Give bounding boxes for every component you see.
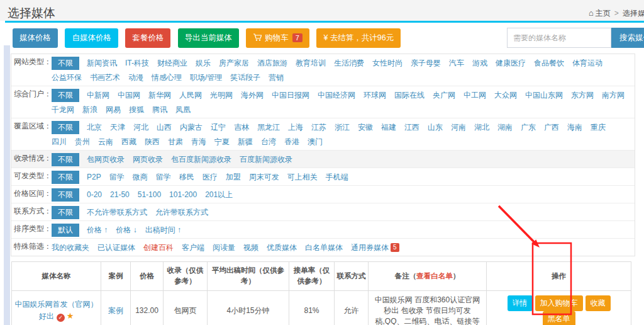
- cart-button[interactable]: 购物车7: [246, 28, 309, 48]
- filter-option[interactable]: 青海: [191, 135, 206, 149]
- filter-option[interactable]: 大众网: [494, 89, 517, 102]
- filter-option[interactable]: 房产家居: [219, 57, 249, 70]
- filter-option[interactable]: 台湾: [261, 135, 276, 149]
- filter-option[interactable]: 河北: [133, 121, 148, 134]
- view-whitelist-link[interactable]: 查看白名单: [416, 272, 453, 280]
- filter-selected-chip[interactable]: 不限: [52, 121, 79, 134]
- filter-option[interactable]: 东方网: [571, 89, 594, 102]
- filter-option[interactable]: 周末可发: [249, 171, 279, 184]
- filter-option[interactable]: 宁夏: [214, 135, 230, 149]
- filter-option[interactable]: 陕西: [145, 135, 160, 149]
- filter-option[interactable]: 亲子母婴: [411, 57, 441, 70]
- detail-button[interactable]: 详情: [508, 295, 533, 311]
- filter-option[interactable]: 辽宁: [211, 121, 226, 134]
- self-media-price-button[interactable]: 自媒体价格: [65, 28, 118, 48]
- filter-option[interactable]: 福建: [381, 121, 396, 134]
- filter-option[interactable]: 21-50: [110, 188, 130, 202]
- filter-option[interactable]: 留学: [109, 171, 125, 184]
- filter-option[interactable]: 情感心理: [152, 71, 182, 84]
- filter-option[interactable]: 允许带联系方式: [155, 206, 208, 219]
- filter-option[interactable]: 山西: [157, 121, 172, 134]
- filter-option[interactable]: 价格 ↓: [116, 224, 136, 237]
- filter-option[interactable]: 新疆: [238, 135, 253, 149]
- filter-option[interactable]: 千龙网: [52, 103, 74, 117]
- filter-option[interactable]: 海南: [567, 121, 582, 134]
- filter-option[interactable]: 加盟: [226, 171, 241, 184]
- filter-option[interactable]: 河南: [451, 121, 466, 134]
- filter-selected-chip[interactable]: 不限: [52, 57, 79, 70]
- filter-option[interactable]: 新华网: [148, 89, 171, 102]
- add-to-cart-button[interactable]: 加入购物车: [535, 295, 583, 311]
- filter-option[interactable]: 包网页收录: [87, 153, 125, 166]
- filter-option[interactable]: 浙江: [335, 121, 350, 134]
- case-link[interactable]: 案例: [108, 306, 123, 315]
- filter-option[interactable]: 四川: [52, 135, 67, 149]
- filter-option[interactable]: 央广网: [433, 89, 455, 102]
- filter-option[interactable]: 食品餐饮: [534, 57, 564, 70]
- filter-option[interactable]: 甘肃: [168, 135, 183, 149]
- filter-option[interactable]: 留学: [156, 171, 171, 184]
- filter-option[interactable]: 腾讯: [152, 103, 167, 117]
- filter-option[interactable]: 百度新闻源收录: [240, 153, 292, 166]
- filter-option[interactable]: 不允许带联系方式: [87, 206, 147, 219]
- filter-option[interactable]: 已认证媒体: [97, 241, 135, 254]
- filter-option[interactable]: 中国经济网: [318, 89, 355, 102]
- filter-option[interactable]: 101-200: [169, 188, 197, 202]
- filter-option[interactable]: 视频: [243, 241, 258, 254]
- filter-option[interactable]: 医疗: [203, 171, 218, 184]
- filter-option[interactable]: 游戏: [472, 57, 487, 70]
- filter-selected-chip[interactable]: 不限: [52, 188, 79, 202]
- filter-option[interactable]: 中工网: [464, 89, 486, 102]
- favorite-button[interactable]: 收藏: [586, 295, 611, 311]
- filter-option[interactable]: 阅读量: [213, 241, 235, 254]
- filter-option[interactable]: 201以上: [205, 188, 233, 202]
- filter-option[interactable]: 人民网: [179, 89, 202, 102]
- filter-option[interactable]: 包百度新闻源收录: [171, 153, 231, 166]
- filter-option[interactable]: 安徽: [358, 121, 373, 134]
- filter-option[interactable]: 新闻资讯: [87, 57, 117, 70]
- filter-option[interactable]: 中国网: [118, 89, 140, 102]
- filter-option[interactable]: 0-20: [87, 188, 102, 202]
- filter-option[interactable]: 女性时尚: [372, 57, 402, 70]
- filter-option[interactable]: 网页收录: [133, 153, 163, 166]
- filter-option[interactable]: 中新网: [87, 89, 109, 102]
- filter-option[interactable]: 湖北: [474, 121, 489, 134]
- filter-option[interactable]: 健康医疗: [496, 57, 526, 70]
- filter-option[interactable]: 湖南: [497, 121, 513, 134]
- filter-option[interactable]: 江苏: [311, 121, 326, 134]
- filter-option[interactable]: 体育运动: [572, 57, 602, 70]
- filter-option[interactable]: 环球网: [364, 89, 386, 102]
- filter-option[interactable]: 黑龙江: [257, 121, 280, 134]
- filter-option[interactable]: 客户端: [182, 241, 204, 254]
- filter-option[interactable]: 山东: [428, 121, 443, 134]
- filter-option[interactable]: 搜狐: [129, 103, 144, 117]
- filter-option[interactable]: 贵州: [75, 135, 90, 149]
- breadcrumb-home[interactable]: 主页: [596, 9, 611, 18]
- filter-option[interactable]: 北京: [87, 121, 102, 134]
- filter-option[interactable]: 优质媒体: [267, 241, 297, 254]
- filter-option[interactable]: 广东: [521, 121, 536, 134]
- filter-option[interactable]: 创建百科: [143, 241, 174, 254]
- filter-option[interactable]: 生活消费: [334, 57, 364, 70]
- filter-option[interactable]: 白名单媒体: [305, 241, 343, 254]
- filter-option[interactable]: 可上相关: [287, 171, 318, 184]
- filter-selected-chip[interactable]: 不限: [52, 171, 79, 184]
- filter-option[interactable]: 上海: [288, 121, 303, 134]
- filter-option[interactable]: 教育培训: [296, 57, 326, 70]
- filter-option[interactable]: 云南: [98, 135, 113, 149]
- filter-option[interactable]: 我的收藏夹: [52, 241, 89, 254]
- search-input[interactable]: [507, 28, 611, 48]
- filter-option[interactable]: 内蒙古: [180, 121, 203, 134]
- filter-option[interactable]: 微商: [133, 171, 148, 184]
- filter-option[interactable]: 汽车: [449, 57, 464, 70]
- filter-option[interactable]: 动漫: [128, 71, 143, 84]
- filter-selected-chip[interactable]: 默认: [52, 224, 79, 237]
- filter-option[interactable]: P2P: [87, 171, 101, 184]
- filter-option[interactable]: 中国山东网: [525, 89, 563, 102]
- filter-option[interactable]: 书画艺术: [90, 71, 120, 84]
- filter-option[interactable]: 通用券媒体5: [351, 241, 399, 254]
- filter-option[interactable]: 凤凰: [175, 103, 191, 117]
- filter-option[interactable]: 江西: [404, 121, 419, 134]
- filter-option[interactable]: 娱乐: [196, 57, 211, 70]
- filter-option[interactable]: 澳门: [308, 135, 323, 149]
